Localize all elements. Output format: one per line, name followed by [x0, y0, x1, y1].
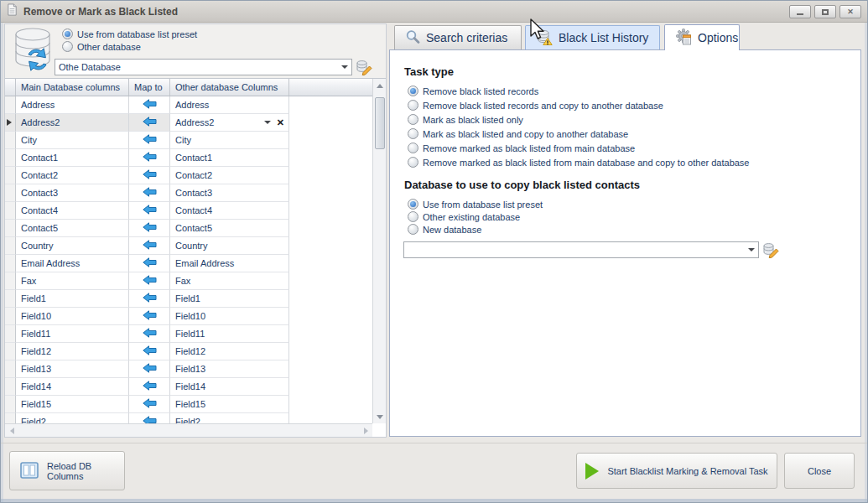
- scroll-left-button[interactable]: [7, 426, 17, 436]
- other-column-cell[interactable]: Field10: [170, 308, 289, 325]
- minimize-button[interactable]: [789, 5, 811, 18]
- map-to-cell[interactable]: [129, 325, 170, 343]
- main-column-cell[interactable]: Field14: [16, 378, 129, 396]
- copy-database-dropdown[interactable]: [403, 241, 759, 258]
- radio-option[interactable]: Remove marked as black listed from main …: [408, 155, 750, 169]
- other-column-cell[interactable]: Field13: [170, 360, 289, 378]
- grid-row[interactable]: Field13Field13: [5, 360, 372, 378]
- vertical-scrollbar[interactable]: [372, 79, 386, 423]
- main-column-cell[interactable]: Address: [16, 96, 129, 114]
- map-to-cell[interactable]: [129, 237, 170, 255]
- grid-row[interactable]: Field2Field2: [5, 413, 372, 423]
- main-column-cell[interactable]: Field2: [16, 413, 129, 423]
- map-to-cell[interactable]: [129, 378, 170, 396]
- title-bar[interactable]: Remove or Mark as Black Listed ✕: [1, 1, 867, 23]
- other-column-cell[interactable]: Contact2: [170, 167, 289, 184]
- map-to-header[interactable]: Map to: [129, 79, 170, 96]
- main-column-cell[interactable]: Field15: [16, 396, 129, 413]
- main-column-cell[interactable]: Fax: [16, 272, 129, 290]
- other-column-cell[interactable]: Field12: [170, 343, 289, 360]
- tab-options[interactable]: Options: [664, 24, 740, 50]
- other-column-cell[interactable]: Contact1: [170, 149, 289, 167]
- radio-option[interactable]: Remove marked as black listed from main …: [408, 141, 750, 155]
- grid-row[interactable]: AddressAddress: [5, 96, 372, 114]
- other-column-cell[interactable]: Contact3: [170, 184, 289, 202]
- grid-row[interactable]: CountryCountry: [5, 237, 372, 255]
- main-column-cell[interactable]: Field13: [16, 360, 129, 378]
- other-column-cell[interactable]: Email Address: [170, 255, 289, 272]
- radio-option[interactable]: Other database: [62, 40, 197, 53]
- radio-option[interactable]: Mark as black listed only: [408, 112, 750, 127]
- grid-row[interactable]: Contact1Contact1: [5, 149, 372, 167]
- tab-search-criterias[interactable]: Search criterias: [394, 25, 522, 49]
- main-column-cell[interactable]: Field10: [16, 308, 129, 325]
- other-column-cell[interactable]: Fax: [170, 272, 289, 290]
- main-column-cell[interactable]: Contact5: [16, 220, 129, 237]
- tab-black-list-history[interactable]: Black List History: [525, 25, 660, 49]
- close-button[interactable]: Close: [784, 453, 855, 489]
- main-column-cell[interactable]: Email Address: [16, 255, 129, 272]
- main-column-cell[interactable]: Field11: [16, 325, 129, 343]
- other-column-cell[interactable]: Field14: [170, 378, 289, 396]
- other-column-cell[interactable]: Address2✕: [170, 114, 289, 132]
- maximize-button[interactable]: [814, 5, 836, 18]
- radio-option[interactable]: Use from database list preset: [62, 28, 197, 40]
- radio-option[interactable]: Remove black listed records and copy to …: [408, 98, 750, 112]
- map-to-cell[interactable]: [129, 413, 170, 423]
- grid-row[interactable]: CityCity: [5, 132, 372, 149]
- scroll-down-button[interactable]: [375, 412, 385, 422]
- scroll-right-button[interactable]: [361, 426, 371, 436]
- grid-row[interactable]: Field15Field15: [5, 396, 372, 413]
- grid-row[interactable]: Contact4Contact4: [5, 202, 372, 220]
- main-column-cell[interactable]: Field12: [16, 343, 129, 360]
- map-to-cell[interactable]: [129, 396, 170, 413]
- main-column-cell[interactable]: Contact3: [16, 184, 129, 202]
- map-to-cell[interactable]: [129, 184, 170, 202]
- grid-row[interactable]: Email AddressEmail Address: [5, 255, 372, 272]
- other-columns-header[interactable]: Other database Columns: [170, 79, 289, 96]
- scroll-up-button[interactable]: [375, 80, 385, 91]
- close-window-button[interactable]: ✕: [839, 5, 861, 18]
- grid-row[interactable]: Field11Field11: [5, 325, 372, 343]
- map-to-cell[interactable]: [129, 308, 170, 325]
- radio-option[interactable]: New database: [408, 223, 543, 236]
- main-column-cell[interactable]: Contact2: [16, 167, 129, 184]
- grid-row[interactable]: Address2Address2✕: [5, 114, 372, 132]
- map-to-cell[interactable]: [129, 272, 170, 290]
- grid-row[interactable]: Field12Field12: [5, 343, 372, 360]
- main-column-cell[interactable]: Contact1: [16, 149, 129, 167]
- grid-row[interactable]: Contact5Contact5: [5, 220, 372, 237]
- grid-row[interactable]: Field14Field14: [5, 378, 372, 396]
- map-to-cell[interactable]: [129, 255, 170, 272]
- map-to-cell[interactable]: [129, 149, 170, 167]
- main-column-cell[interactable]: City: [16, 132, 129, 149]
- reload-db-columns-button[interactable]: Reload DB Columns: [9, 451, 125, 490]
- vertical-scroll-thumb[interactable]: [375, 97, 385, 149]
- main-column-cell[interactable]: Address2: [16, 114, 129, 132]
- other-column-cell[interactable]: Address: [170, 96, 289, 114]
- radio-option[interactable]: Use from database list preset: [408, 198, 543, 210]
- other-column-cell[interactable]: Field11: [170, 325, 289, 343]
- map-to-cell[interactable]: [129, 220, 170, 237]
- grid-row[interactable]: Field1Field1: [5, 290, 372, 308]
- map-to-cell[interactable]: [129, 132, 170, 149]
- map-to-cell[interactable]: [129, 202, 170, 220]
- grid-row[interactable]: FaxFax: [5, 272, 372, 290]
- other-column-cell[interactable]: City: [170, 132, 289, 149]
- map-to-cell[interactable]: [129, 114, 170, 132]
- radio-option[interactable]: Other existing database: [408, 210, 543, 223]
- main-column-cell[interactable]: Contact4: [16, 202, 129, 220]
- map-to-cell[interactable]: [129, 96, 170, 114]
- other-column-cell[interactable]: Field1: [170, 290, 289, 308]
- other-column-cell[interactable]: Field15: [170, 396, 289, 413]
- map-to-cell[interactable]: [129, 167, 170, 184]
- other-column-cell[interactable]: Field2: [170, 413, 289, 423]
- radio-option[interactable]: Remove black listed records: [408, 84, 750, 98]
- grid-row[interactable]: Field10Field10: [5, 308, 372, 325]
- map-to-cell[interactable]: [129, 360, 170, 378]
- edit-copy-database-icon[interactable]: [762, 241, 779, 262]
- grid-row[interactable]: Contact3Contact3: [5, 184, 372, 202]
- start-task-button[interactable]: Start Blacklist Marking & Removal Task: [576, 453, 777, 489]
- grid-row[interactable]: Contact2Contact2: [5, 167, 372, 184]
- horizontal-scrollbar[interactable]: [5, 423, 372, 437]
